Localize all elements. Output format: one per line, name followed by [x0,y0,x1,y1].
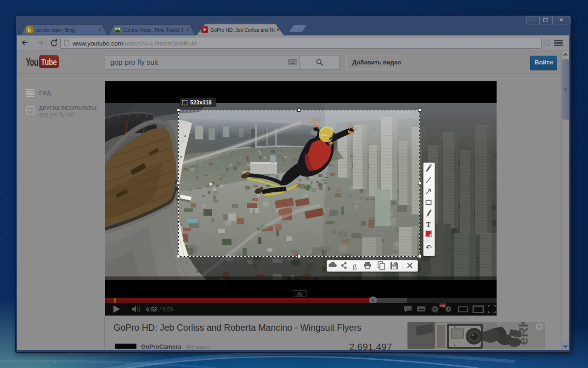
svg-text:b: b [28,27,31,33]
svg-text:g: g [353,261,357,270]
svg-text:i: i [538,324,540,329]
svg-text:T: T [426,221,431,228]
